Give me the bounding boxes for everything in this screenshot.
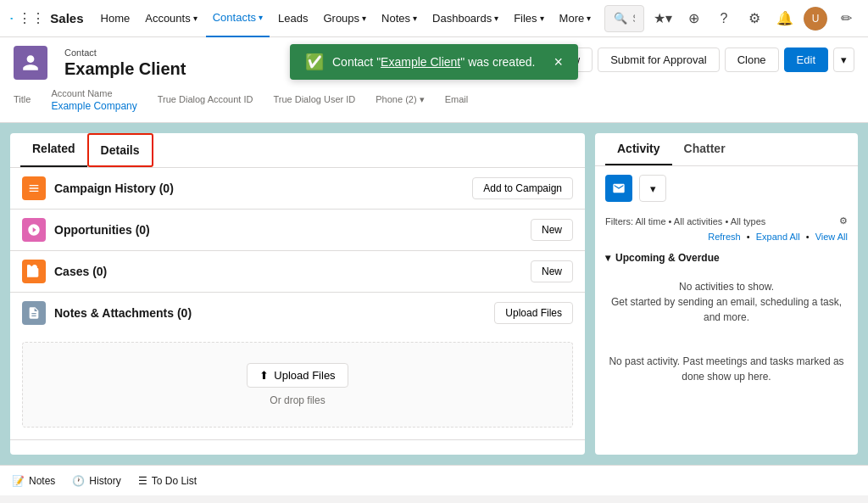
app-name: Sales	[50, 11, 83, 25]
add-icon[interactable]: ⊕	[682, 7, 705, 31]
tab-details[interactable]: Details	[87, 133, 153, 167]
history-bottom-label: History	[89, 475, 120, 487]
nav-leads[interactable]: Leads	[271, 0, 314, 37]
expand-all-link[interactable]: Expand All	[756, 232, 800, 242]
notes-attachments-header[interactable]: Notes & Attachments (0) Upload Files	[10, 293, 585, 333]
upload-files-button-header[interactable]: Upload Files	[494, 302, 573, 324]
send-email-icon[interactable]	[605, 175, 632, 202]
activity-links: Refresh • Expand All • View All	[595, 232, 858, 245]
upload-area: ⬆ Upload Files Or drop files	[22, 342, 573, 428]
notes-bottom-icon: 📝	[12, 475, 25, 487]
nav-dashboards[interactable]: Dashboards ▾	[426, 0, 505, 37]
field-email: Email	[445, 94, 469, 106]
toast-notification: ✅ Contact "Example Client" was created. …	[290, 44, 578, 80]
cases-header[interactable]: Cases (0) New	[10, 251, 585, 292]
activity-tab-bar: Activity Chatter	[595, 133, 858, 166]
nav-notes[interactable]: Notes ▾	[375, 0, 424, 37]
opportunities-section: Opportunities (0) New	[10, 210, 585, 251]
nav-more[interactable]: More ▾	[553, 0, 598, 37]
bottom-history-item[interactable]: 🕐 History	[72, 475, 120, 487]
tab-activity[interactable]: Activity	[605, 133, 672, 165]
bottom-notes-item[interactable]: 📝 Notes	[12, 475, 55, 487]
filter-text: Filters: All time • All activities • All…	[605, 216, 765, 226]
upcoming-header[interactable]: ▾ Upcoming & Overdue	[605, 252, 848, 264]
campaign-history-section: Campaign History (0) Add to Campaign	[10, 168, 585, 210]
field-true-dialog-account-id: True Dialog Account ID	[158, 94, 253, 106]
notes-attachments-title: Notes & Attachments (0)	[54, 306, 192, 320]
cases-icon	[22, 260, 46, 283]
campaign-history-header[interactable]: Campaign History (0) Add to Campaign	[10, 168, 585, 209]
setup-icon[interactable]: ⚙	[743, 7, 766, 31]
bell-icon[interactable]: 🔔	[773, 7, 797, 31]
notes-attachments-section: Notes & Attachments (0) Upload Files ⬆ U…	[10, 293, 585, 440]
star-icon[interactable]: ★▾	[651, 7, 675, 31]
toast-success-icon: ✅	[305, 53, 324, 71]
nav-home[interactable]: Home	[94, 0, 137, 37]
new-case-button[interactable]: New	[531, 260, 573, 282]
notes-icon	[22, 301, 46, 325]
nav-accounts[interactable]: Accounts ▾	[138, 0, 203, 37]
chevron-down-icon: ▾	[605, 252, 610, 264]
submit-approval-button[interactable]: Submit for Approval	[598, 48, 719, 72]
edit-nav-icon[interactable]: ✏	[834, 7, 858, 31]
todo-bottom-icon: ☰	[138, 475, 147, 487]
account-name-link[interactable]: Example Company	[51, 100, 136, 112]
search-input[interactable]	[632, 12, 635, 25]
upcoming-section: ▾ Upcoming & Overdue No activities to sh…	[595, 245, 858, 345]
nav-groups[interactable]: Groups ▾	[316, 0, 373, 37]
search-bar: 🔍	[604, 5, 644, 32]
help-icon[interactable]: ?	[712, 7, 736, 31]
field-account-name: Account Name Example Company	[51, 88, 136, 112]
edit-button[interactable]: Edit	[784, 48, 828, 72]
no-activity-text: No activities to show.Get started by sen…	[605, 271, 848, 338]
action-dropdown-button[interactable]: ▾	[639, 175, 666, 202]
new-opportunity-button[interactable]: New	[531, 219, 573, 241]
filter-bar: Filters: All time • All activities • All…	[595, 210, 858, 232]
opportunities-title: Opportunities (0)	[54, 223, 150, 237]
left-panel: Related Details Campaign History (0) Add…	[10, 133, 585, 455]
notes-bottom-label: Notes	[29, 475, 55, 487]
actions-dropdown[interactable]: ▾	[833, 48, 854, 72]
bottom-bar: 📝 Notes 🕐 History ☰ To Do List	[0, 465, 868, 495]
cases-title: Cases (0)	[54, 265, 107, 278]
search-icon: 🔍	[614, 12, 627, 25]
main-content: Related Details Campaign History (0) Add…	[0, 123, 868, 465]
toast-link[interactable]: Example Client	[381, 55, 460, 69]
field-phone: Phone (2) ▾	[376, 94, 424, 107]
clone-button[interactable]: Clone	[725, 48, 779, 72]
opportunities-header[interactable]: Opportunities (0) New	[10, 210, 585, 250]
upcoming-title: Upcoming & Overdue	[615, 252, 720, 264]
refresh-link[interactable]: Refresh	[708, 232, 741, 242]
field-true-dialog-user-id: True Dialog User ID	[273, 94, 355, 106]
tab-chatter[interactable]: Chatter	[672, 133, 737, 165]
view-all-link[interactable]: View All	[815, 232, 848, 242]
field-title: Title	[14, 94, 31, 106]
record-fields: Title Account Name Example Company True …	[14, 88, 854, 112]
upload-files-button[interactable]: ⬆ Upload Files	[247, 363, 348, 388]
activity-actions: ▾	[595, 166, 858, 210]
drop-text: Or drop files	[270, 394, 325, 406]
nav-files[interactable]: Files ▾	[507, 0, 550, 37]
tab-related[interactable]: Related	[20, 133, 87, 167]
upload-icon: ⬆	[259, 369, 269, 382]
avatar[interactable]: U	[804, 7, 827, 31]
filter-settings-icon[interactable]: ⚙	[839, 215, 848, 226]
toast-message: Contact "Example Client" was created.	[332, 55, 536, 69]
salesforce-logo[interactable]	[10, 5, 13, 32]
campaign-history-title: Campaign History (0)	[54, 182, 174, 195]
toast-close-button[interactable]: ×	[554, 53, 563, 71]
nav-contacts[interactable]: Contacts ▾	[206, 0, 270, 37]
contact-icon	[14, 46, 47, 80]
todo-bottom-label: To Do List	[152, 475, 197, 487]
right-panel: Activity Chatter ▾ Filters: All time • A…	[595, 133, 858, 455]
record-type-label: Contact	[64, 48, 186, 58]
app-launcher-icon[interactable]: ⋮⋮	[19, 7, 43, 31]
right-icons: ★▾ ⊕ ? ⚙ 🔔 U ✏	[651, 7, 858, 31]
campaign-icon	[22, 176, 46, 200]
add-to-campaign-button[interactable]: Add to Campaign	[472, 177, 573, 199]
opportunities-icon	[22, 218, 46, 242]
phone-dropdown[interactable]: ▾	[420, 94, 425, 104]
bottom-todo-item[interactable]: ☰ To Do List	[138, 475, 197, 487]
past-activity-text: No past activity. Past meetings and task…	[595, 345, 858, 393]
tab-bar: Related Details	[10, 133, 585, 168]
